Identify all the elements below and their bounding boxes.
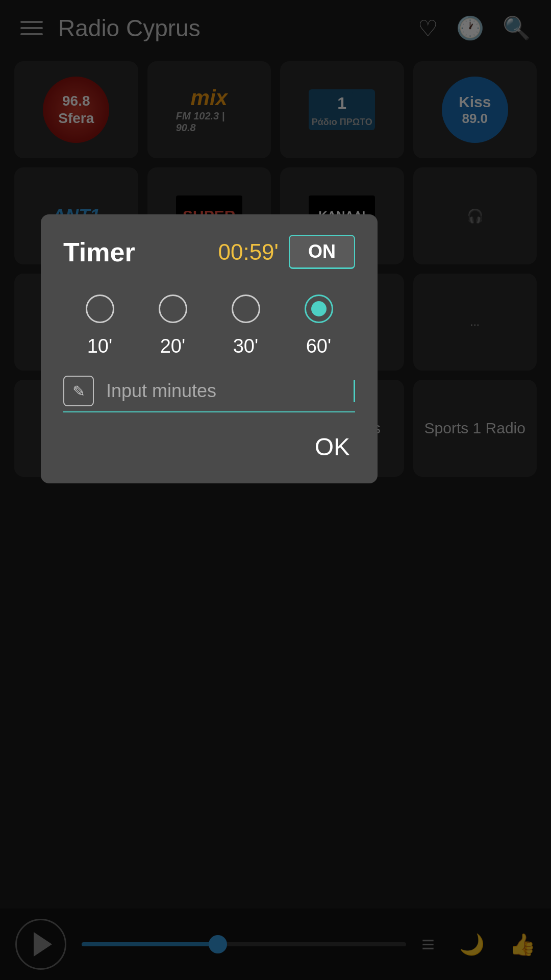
timer-option-60[interactable]: 60' <box>305 295 333 357</box>
timer-label-20: 20' <box>160 335 186 357</box>
timer-option-30[interactable]: 30' <box>232 295 260 357</box>
timer-option-10[interactable]: 10' <box>86 295 114 357</box>
timer-radio-options: 10' 20' 30' 60' <box>63 295 355 357</box>
dialog-header: Timer 00:59' ON <box>63 235 355 269</box>
radio-circle-20[interactable] <box>159 295 187 323</box>
text-cursor <box>354 380 355 402</box>
edit-icon: ✎ <box>63 376 94 406</box>
timer-input-row: ✎ Input minutes <box>63 376 355 412</box>
dialog-title: Timer <box>63 237 135 267</box>
radio-circle-60[interactable] <box>305 295 333 323</box>
dialog-time-on-group: 00:59' ON <box>218 235 355 269</box>
dialog-overlay <box>0 0 551 980</box>
timer-current-time: 00:59' <box>218 239 279 265</box>
timer-option-20[interactable]: 20' <box>159 295 187 357</box>
timer-label-30: 30' <box>233 335 259 357</box>
ok-button[interactable]: OK <box>63 433 355 461</box>
radio-circle-10[interactable] <box>86 295 114 323</box>
radio-circle-30[interactable] <box>232 295 260 323</box>
timer-input-placeholder[interactable]: Input minutes <box>106 380 341 402</box>
timer-dialog: Timer 00:59' ON 10' 20' 30' 60' ✎ Input … <box>41 214 378 483</box>
timer-label-60: 60' <box>306 335 332 357</box>
timer-on-button[interactable]: ON <box>289 235 355 269</box>
timer-label-10: 10' <box>87 335 113 357</box>
